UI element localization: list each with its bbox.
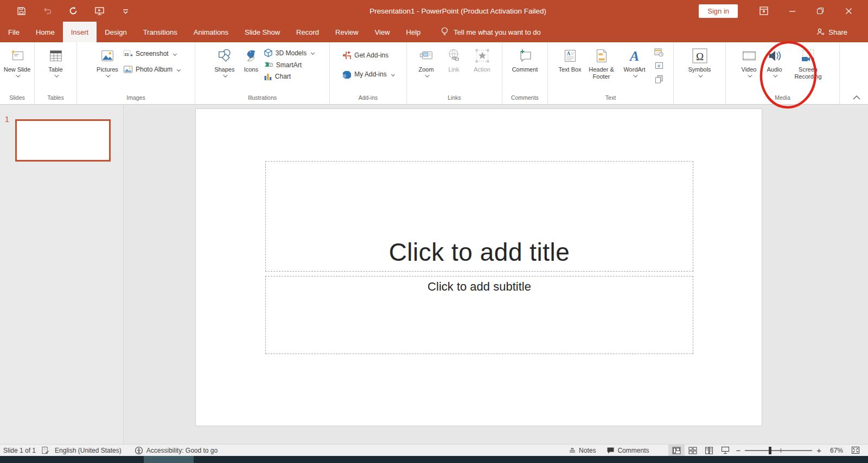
smartart-button[interactable]: SmartArt — [264, 61, 314, 69]
screenshot-button[interactable]: Screenshot — [123, 49, 180, 58]
repeat-button[interactable] — [67, 5, 79, 17]
shapes-button[interactable]: Shapes — [210, 44, 239, 78]
new-slide-button[interactable]: New Slide — [4, 44, 31, 78]
fit-slide-button[interactable] — [847, 445, 864, 456]
view-normal-button[interactable] — [668, 445, 685, 456]
close-button[interactable] — [834, 3, 863, 19]
zoom-level[interactable]: 67% — [824, 447, 843, 454]
audio-button[interactable]: Audio — [762, 44, 787, 78]
tab-animations[interactable]: Animations — [186, 22, 237, 42]
share-label: Share — [828, 28, 847, 36]
tab-file[interactable]: File — [0, 22, 28, 42]
slide-sorter-icon — [688, 447, 697, 454]
tab-transitions[interactable]: Transitions — [135, 22, 186, 42]
object-icon — [655, 75, 663, 83]
photo-album-button[interactable]: Photo Album — [123, 65, 180, 74]
zoom-out-button[interactable]: − — [736, 446, 741, 455]
fit-to-window-icon — [851, 446, 860, 454]
chart-button[interactable]: Chart — [264, 72, 314, 81]
header-footer-button[interactable]: Header & Footer — [584, 44, 620, 80]
video-icon — [741, 46, 757, 66]
tab-design[interactable]: Design — [97, 22, 135, 42]
undo-button[interactable] — [41, 5, 53, 17]
ribbon-group-tables: Table Tables — [35, 42, 77, 104]
chevron-down-icon — [173, 52, 177, 55]
chevron-down-icon — [177, 67, 181, 71]
slide-thumbnail-panel: 1 — [0, 105, 124, 444]
zoom-slider-thumb[interactable] — [769, 447, 771, 454]
tab-home[interactable]: Home — [28, 22, 63, 42]
comments-icon — [607, 447, 615, 454]
video-button[interactable]: Video — [736, 44, 762, 78]
view-slide-show-button[interactable] — [717, 445, 733, 456]
zoom-in-button[interactable]: + — [816, 446, 821, 455]
3d-models-button[interactable]: 3D Models — [264, 48, 314, 57]
date-time-button[interactable] — [653, 47, 665, 57]
ribbon: New Slide Slides Table Tables — [0, 42, 868, 105]
my-add-ins-button[interactable]: My Add-ins — [342, 69, 394, 79]
share-button[interactable]: Share — [816, 22, 868, 42]
action-button[interactable]: Action — [468, 44, 497, 73]
chevron-down-icon — [311, 51, 315, 55]
zoom-button[interactable]: Zoom — [412, 44, 441, 78]
object-button[interactable] — [653, 74, 665, 85]
title-bar: Presentation1 - PowerPoint (Product Acti… — [0, 0, 868, 22]
icons-button[interactable]: Icons — [239, 44, 264, 73]
subtitle-placeholder[interactable]: Click to add subtitle — [265, 276, 693, 354]
tell-me-box[interactable]: Tell me what you want to do — [441, 22, 540, 42]
my-add-ins-icon — [342, 69, 352, 79]
group-label-media: Media — [726, 94, 839, 104]
start-from-beginning-button[interactable] — [93, 5, 105, 17]
svg-text:Ω: Ω — [696, 51, 704, 62]
tab-help[interactable]: Help — [398, 22, 429, 42]
comments-button[interactable]: Comments — [601, 445, 654, 456]
view-slide-sorter-button[interactable] — [685, 445, 701, 456]
view-reading-button[interactable] — [701, 445, 717, 456]
notes-button[interactable]: Notes — [563, 445, 601, 456]
comment-button[interactable]: Comment — [508, 44, 542, 73]
spell-check-button[interactable] — [41, 446, 49, 454]
slide-indicator[interactable]: Slide 1 of 1 — [3, 447, 36, 454]
tab-review[interactable]: Review — [327, 22, 367, 42]
tab-slide-show[interactable]: Slide Show — [237, 22, 288, 42]
chevron-down-icon — [16, 73, 20, 77]
text-box-button[interactable]: A Text Box — [557, 44, 584, 73]
undo-icon — [42, 7, 52, 15]
chevron-down-icon — [223, 73, 227, 77]
group-label-links: Links — [407, 94, 502, 104]
symbols-button[interactable]: Ω Symbols — [683, 44, 717, 78]
ribbon-group-slides: New Slide Slides — [0, 42, 35, 104]
pictures-button[interactable]: Pictures — [92, 44, 123, 78]
shapes-icon — [216, 46, 233, 66]
title-placeholder[interactable]: Click to add title — [265, 161, 693, 272]
slide-thumbnail[interactable] — [15, 119, 111, 162]
3d-models-icon — [264, 48, 273, 57]
ribbon-group-comments: Comment Comments — [502, 42, 548, 104]
tab-insert[interactable]: Insert — [63, 22, 97, 42]
table-button[interactable]: Table — [48, 44, 64, 78]
wordart-button[interactable]: A WordArt — [620, 44, 650, 78]
accessibility-checker[interactable]: Accessibility: Good to go — [135, 446, 218, 455]
customize-qat-button[interactable] — [119, 5, 131, 17]
taskbar-open-app-indicator[interactable] — [144, 456, 194, 463]
slide-number-button[interactable]: # — [653, 60, 665, 71]
group-label-comments: Comments — [502, 94, 547, 104]
zoom-slider-track[interactable] — [745, 450, 812, 451]
link-button[interactable]: Link — [441, 44, 468, 73]
tab-view[interactable]: View — [367, 22, 398, 42]
language-indicator[interactable]: English (United States) — [55, 447, 122, 454]
minimize-button[interactable] — [778, 3, 806, 19]
get-add-ins-button[interactable]: Get Add-ins — [342, 50, 394, 60]
chevron-down-icon — [748, 73, 752, 77]
chevron-down-icon — [698, 73, 703, 77]
collapse-ribbon-button[interactable] — [853, 92, 860, 102]
restore-button[interactable] — [806, 3, 834, 19]
audio-icon — [767, 46, 783, 66]
tab-record[interactable]: Record — [288, 22, 327, 42]
ribbon-group-add-ins: Get Add-ins My Add-ins Add-ins — [330, 42, 407, 104]
save-button[interactable] — [15, 5, 27, 17]
sign-in-button[interactable]: Sign in — [699, 4, 738, 18]
group-label-symbols — [674, 94, 725, 104]
ribbon-display-options-button[interactable] — [750, 3, 778, 19]
screen-recording-button[interactable]: Screen Recording — [787, 44, 829, 80]
